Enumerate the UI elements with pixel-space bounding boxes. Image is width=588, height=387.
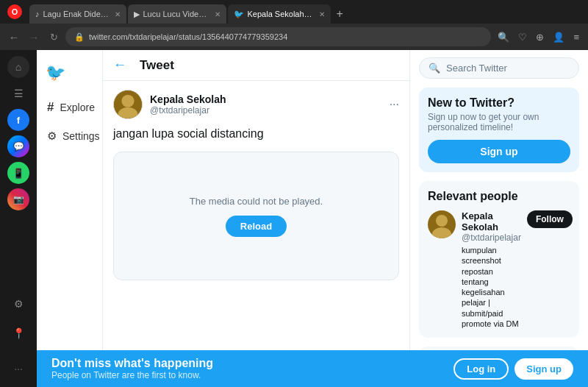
tweet-avatar <box>113 90 143 119</box>
opera-nav-icon[interactable]: ☰ <box>7 82 29 104</box>
opera-facebook-icon[interactable]: f <box>7 109 29 131</box>
tweet-text: jangan lupa social distancing <box>113 125 399 143</box>
person-info: Kepala Sekolah @txtdaripelajar kumpulan … <box>462 210 521 329</box>
new-twitter-subtitle: Sign up now to get your own personalized… <box>428 112 570 132</box>
menu-icon[interactable]: ≡ <box>570 30 582 44</box>
tab3-title: Kepala Sekolah on T... <box>248 10 314 18</box>
new-twitter-title: New to Twitter? <box>428 96 570 110</box>
svg-point-1 <box>121 95 134 107</box>
search-icon-toolbar[interactable]: 🔍 <box>495 30 512 44</box>
person-row: Kepala Sekolah @txtdaripelajar kumpulan … <box>428 210 570 329</box>
explore-icon: # <box>47 100 54 115</box>
search-bar[interactable]: 🔍 Search Twitter <box>419 57 579 79</box>
heart-icon[interactable]: ♡ <box>515 30 530 44</box>
tweet-media: The media could not be played. Reload <box>113 152 399 280</box>
tab3-favicon: 🐦 <box>234 10 244 19</box>
explore-label: Explore <box>60 102 94 113</box>
tweet-author-handle: @txtdaripelajar <box>150 105 382 116</box>
tab1-favicon: ♪ <box>35 10 40 18</box>
opera-bottom-area: ··· <box>0 350 37 387</box>
main-container: 🐦 # Explore ⚙ Settings ← Tweet <box>37 50 588 350</box>
browser-tab-1[interactable]: ♪ Lagu Enak Dideng... ✕ <box>29 4 126 24</box>
settings-icon: ⚙ <box>47 129 57 143</box>
back-arrow[interactable]: ← <box>113 57 126 73</box>
relevant-people-section: Relevant people Kepala Sekolah @txtdarip… <box>419 181 579 338</box>
settings-label: Settings <box>62 130 100 142</box>
tab2-close[interactable]: ✕ <box>215 10 220 18</box>
opera-sidebar: ⌂ ☰ f 💬 📱 📷 ⚙ 📍 <box>0 50 37 350</box>
opera-messenger-icon[interactable]: 💬 <box>7 135 29 157</box>
person-name: Kepala Sekolah <box>462 210 521 232</box>
tweet-more-icon[interactable]: ··· <box>390 98 399 111</box>
address-bar[interactable]: 🔒 twitter.com/txtdaripelajar/status/1356… <box>65 27 491 46</box>
address-text: twitter.com/txtdaripelajar/status/135644… <box>89 32 287 41</box>
tweet-author-row: Kepala Sekolah @txtdaripelajar ··· <box>113 90 399 119</box>
browser-tab-3[interactable]: 🐦 Kepala Sekolah on T... ✕ <box>228 4 331 24</box>
svg-point-4 <box>436 215 448 227</box>
relevant-people-title: Relevant people <box>428 190 570 203</box>
opera-instagram-icon[interactable]: 📷 <box>7 188 29 210</box>
search-placeholder: Search Twitter <box>446 63 507 74</box>
tweet-view-header: ← Tweet <box>103 50 409 81</box>
new-to-twitter-section: New to Twitter? Sign up now to get your … <box>419 88 579 172</box>
tweet-body: Kepala Sekolah @txtdaripelajar ··· janga… <box>103 81 409 289</box>
browser-toolbar: ← → ↻ 🔒 twitter.com/txtdaripelajar/statu… <box>0 24 588 50</box>
profile-icon[interactable]: 👤 <box>550 30 567 44</box>
new-tab-button[interactable]: + <box>332 7 348 21</box>
follow-button[interactable]: Follow <box>527 210 573 228</box>
tweet-area: ← Tweet Kepala Sekolah @txtdaripelajar ·… <box>103 50 410 350</box>
browser-tab-2[interactable]: ▶ Lucu Lucu Video on... ✕ <box>128 4 226 24</box>
sidebar-item-explore[interactable]: # Explore <box>41 94 98 121</box>
tab3-close[interactable]: ✕ <box>319 10 325 18</box>
tab2-title: Lucu Lucu Video on... <box>143 10 209 18</box>
person-avatar <box>428 210 456 238</box>
opera-home-icon[interactable]: ⌂ <box>7 56 29 78</box>
reload-button[interactable]: Reload <box>226 216 287 237</box>
tweet-author-name: Kepala Sekolah <box>150 93 382 105</box>
opera-settings-icon[interactable]: ⚙ <box>7 293 29 315</box>
twitter-sidebar: 🐦 # Explore ⚙ Settings <box>37 50 103 350</box>
opera-logo[interactable]: O <box>7 4 22 19</box>
opera-location-icon[interactable]: 📍 <box>7 322 29 344</box>
bookmark-icon[interactable]: ⊕ <box>533 30 547 44</box>
banner-sub-text: People on Twitter are the first to know. <box>51 370 213 380</box>
signup-button-blue[interactable]: Sign up <box>428 140 570 163</box>
toolbar-actions: 🔍 ♡ ⊕ 👤 ≡ <box>495 30 582 44</box>
tweet-view-title: Tweet <box>140 58 174 73</box>
bottom-banner: Don't miss what's happening People on Tw… <box>37 350 588 387</box>
banner-main-text: Don't miss what's happening <box>51 357 213 370</box>
browser-tabs-bar: O ♪ Lagu Enak Dideng... ✕ ▶ Lucu Lucu Vi… <box>0 0 588 24</box>
forward-button[interactable]: → <box>26 29 42 45</box>
tab1-close[interactable]: ✕ <box>115 10 121 18</box>
search-icon: 🔍 <box>429 63 440 74</box>
signup-button-white[interactable]: Sign up <box>514 358 573 380</box>
opera-bottom-dots[interactable]: ··· <box>14 363 23 374</box>
lock-icon: 🔒 <box>74 32 85 42</box>
tab1-title: Lagu Enak Dideng... <box>43 10 110 18</box>
sidebar-item-settings[interactable]: ⚙ Settings <box>41 124 98 149</box>
banner-actions: Log in Sign up <box>453 358 573 380</box>
refresh-button[interactable]: ↻ <box>46 29 62 45</box>
person-bio: kumpulan screenshot repostan tentang keg… <box>462 245 521 329</box>
banner-text-area: Don't miss what's happening People on Tw… <box>51 357 213 380</box>
tab2-favicon: ▶ <box>134 10 140 19</box>
right-sidebar: 🔍 Search Twitter New to Twitter? Sign up… <box>410 50 588 350</box>
opera-whatsapp-icon[interactable]: 📱 <box>7 162 29 184</box>
twitter-logo: 🐦 <box>41 57 70 88</box>
login-button[interactable]: Log in <box>453 358 509 380</box>
media-error-text: The media could not be played. <box>190 196 323 207</box>
tweet-author-info: Kepala Sekolah @txtdaripelajar <box>150 93 382 116</box>
person-handle: @txtdaripelajar <box>462 232 521 243</box>
back-button[interactable]: ← <box>6 29 22 45</box>
